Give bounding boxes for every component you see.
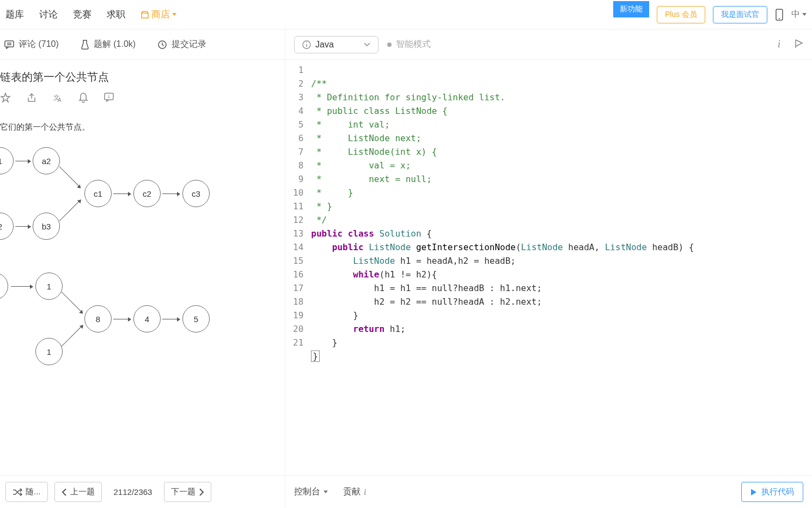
svg-point-11 — [108, 95, 109, 96]
new-feature-tag[interactable]: 新功能 — [613, 1, 649, 17]
contribute-label: 贡献 — [343, 486, 361, 498]
flag-icon[interactable] — [795, 39, 803, 50]
dot-icon — [387, 43, 392, 47]
node: 4 — [133, 305, 161, 332]
arrow — [113, 319, 131, 319]
star-icon[interactable] — [0, 92, 11, 103]
left-tabs: 评论 (710) 题解 (1.0k) 提交记录 — [0, 29, 285, 60]
shuffle-button[interactable]: 随... — [5, 482, 48, 502]
translate-icon[interactable]: 文A — [52, 92, 63, 103]
nav-store[interactable]: 商店 — [141, 8, 176, 21]
history-icon — [157, 40, 167, 50]
arrow — [162, 319, 180, 319]
prev-button[interactable]: 上一题 — [54, 482, 102, 502]
svg-rect-0 — [142, 13, 148, 18]
store-icon — [141, 10, 149, 19]
tab-submissions[interactable]: 提交记录 — [157, 39, 206, 50]
node: 5 — [182, 305, 210, 332]
nav-contest[interactable]: 竞赛 — [73, 8, 91, 21]
code-area[interactable]: /** * Definition for singly-linked list.… — [311, 60, 694, 475]
node: b3 — [33, 213, 60, 240]
node: 1 — [35, 338, 63, 365]
problem-title: 链表的第一个公共节点 — [0, 70, 285, 92]
diagram-1: 1 a2 2 b3 c1 c2 c3 — [0, 144, 285, 243]
language-selector[interactable]: 中 — [791, 9, 807, 20]
arrow — [15, 161, 30, 161]
node — [0, 273, 8, 300]
next-label: 下一题 — [171, 487, 196, 497]
comments-icon — [4, 40, 14, 49]
svg-text:A: A — [58, 97, 62, 103]
arrow — [11, 286, 33, 287]
bell-icon[interactable] — [78, 92, 88, 103]
chevron-right-icon — [199, 488, 204, 496]
node: c1 — [84, 180, 112, 207]
console-toggle[interactable]: 控制台 — [294, 486, 328, 498]
right-panel: Java 智能模式 i 1234567891011121314151617181… — [285, 29, 812, 508]
smart-mode-label: 智能模式 — [396, 39, 431, 50]
tab-comments[interactable]: 评论 (710) — [4, 39, 59, 50]
problem-actions: 文A — [0, 92, 285, 113]
contribute-link[interactable]: 贡献 i — [343, 486, 366, 498]
top-nav: 题库 讨论 竞赛 求职 商店 新功能 Plus 会员 我是面试官 中 — [0, 0, 812, 29]
shuffle-label: 随... — [26, 487, 41, 497]
node: c3 — [182, 180, 210, 207]
feedback-icon[interactable] — [103, 92, 114, 103]
nav-right: 新功能 Plus 会员 我是面试官 中 — [613, 6, 807, 23]
arrow — [59, 199, 81, 221]
node: 2 — [0, 213, 14, 240]
nav-problems[interactable]: 题库 — [5, 8, 24, 21]
caret-down-icon — [172, 13, 176, 16]
arrow — [162, 193, 180, 194]
info-icon — [302, 40, 311, 49]
play-icon — [750, 488, 757, 496]
tab-solutions[interactable]: 题解 (1.0k) — [81, 39, 136, 50]
code-editor[interactable]: 123456789101112131415161718192021 /** * … — [285, 60, 812, 475]
nav-left: 题库 讨论 竞赛 求职 商店 — [5, 8, 176, 21]
language-select[interactable]: Java — [294, 36, 378, 53]
arrow — [15, 226, 30, 227]
problem-counter: 2112/2363 — [108, 483, 158, 501]
node: 8 — [84, 305, 112, 332]
language-label: Java — [315, 40, 334, 50]
prev-label: 上一题 — [70, 487, 95, 497]
plus-button[interactable]: Plus 会员 — [657, 6, 705, 23]
run-label: 执行代码 — [761, 487, 794, 497]
node: c2 — [133, 180, 161, 207]
tab-solutions-label: 题解 (1.0k) — [94, 39, 136, 50]
mobile-icon[interactable] — [775, 9, 784, 21]
lang-label: 中 — [791, 9, 800, 20]
tab-submissions-label: 提交记录 — [172, 39, 206, 50]
flask-icon — [81, 40, 89, 50]
console-label: 控制台 — [294, 486, 320, 498]
main-split: 评论 (710) 题解 (1.0k) 提交记录 链表的第一个公共节点 文A 它们… — [0, 29, 812, 508]
node: 1 — [35, 273, 63, 300]
info-icon[interactable]: i — [778, 39, 780, 50]
nav-store-label: 商店 — [151, 8, 170, 21]
nav-discuss[interactable]: 讨论 — [39, 8, 58, 21]
arrow — [62, 292, 83, 313]
node: a2 — [33, 147, 60, 174]
interviewer-button[interactable]: 我是面试官 — [713, 6, 767, 23]
diagram-2: 1 1 8 4 5 — [0, 270, 285, 368]
next-button[interactable]: 下一题 — [164, 482, 211, 502]
line-gutter: 123456789101112131415161718192021 — [285, 60, 311, 475]
arrow — [59, 166, 81, 188]
nav-jobs[interactable]: 求职 — [107, 8, 125, 21]
left-panel: 评论 (710) 题解 (1.0k) 提交记录 链表的第一个公共节点 文A 它们… — [0, 29, 285, 508]
share-icon[interactable] — [26, 92, 37, 103]
arrow — [113, 193, 131, 194]
chevron-down-icon — [364, 43, 370, 47]
editor-toolbar: Java 智能模式 i — [285, 29, 812, 60]
tab-comments-label: 评论 (710) — [19, 39, 59, 50]
svg-point-2 — [779, 18, 780, 19]
run-code-button[interactable]: 执行代码 — [741, 482, 803, 502]
svg-point-14 — [306, 42, 307, 43]
right-bottom-bar: 控制台 贡献 i 执行代码 — [285, 475, 812, 508]
caret-down-icon — [323, 491, 328, 494]
arrow — [62, 325, 83, 347]
problem-description: 它们的第一个公共节点。 — [0, 113, 285, 144]
smart-mode[interactable]: 智能模式 — [387, 39, 431, 50]
left-bottom-bar: 随... 上一题 2112/2363 下一题 — [0, 475, 285, 508]
shuffle-icon — [13, 488, 22, 496]
